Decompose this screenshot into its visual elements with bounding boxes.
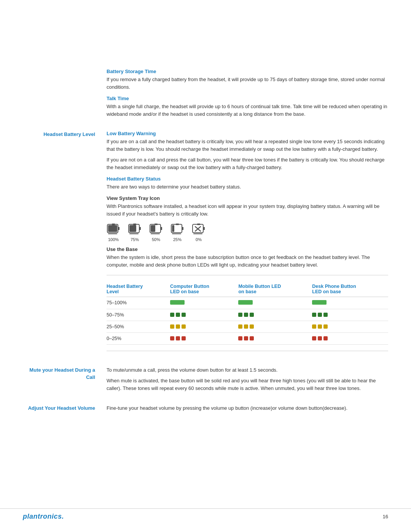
svg-rect-4 — [108, 233, 117, 234]
svg-rect-13 — [155, 224, 158, 225]
adjust-volume-body: Fine-tune your headset volume by pressin… — [107, 404, 388, 412]
svg-rect-19 — [172, 233, 181, 234]
low-battery-warning-body2: If you are not on a call and press the c… — [107, 156, 388, 171]
computer-led-dots-yellow — [170, 324, 235, 329]
desk-led-solid-green — [312, 300, 327, 305]
battery-level-25-50: 25–50% — [107, 321, 170, 332]
svg-rect-14 — [151, 233, 160, 234]
talk-time-body: With a single full charge, the headset w… — [107, 103, 388, 118]
mute-section: Mute your Headset During a Call To mute/… — [23, 366, 388, 395]
led-dot — [323, 313, 328, 317]
battery-icon-0: 0% — [192, 223, 206, 242]
low-battery-warning-body1: If you are on a call and the headset bat… — [107, 138, 388, 153]
table-row: 75–100% — [107, 297, 388, 309]
headset-battery-level-section: Headset Battery Level Low Battery Warnin… — [23, 131, 388, 357]
led-dot — [170, 313, 174, 317]
desk-led-0-25 — [312, 332, 388, 344]
svg-rect-9 — [129, 233, 139, 234]
battery-0-icon — [192, 223, 206, 236]
led-dot — [312, 313, 316, 317]
computer-led-dots-green — [170, 313, 235, 317]
led-dot — [318, 336, 322, 340]
svg-rect-8 — [133, 224, 136, 225]
mute-label: Mute your Headset During a Call — [23, 366, 107, 395]
use-base-title: Use the Base — [107, 246, 388, 252]
headset-battery-status-title: Headset Battery Status — [107, 176, 388, 182]
svg-rect-22 — [197, 224, 200, 225]
led-dot — [238, 313, 242, 317]
table-header-row: Headset BatteryLevel Computer ButtonLED … — [107, 281, 388, 297]
led-dot — [244, 336, 248, 340]
mobile-led-0-25 — [238, 332, 312, 344]
led-dot — [312, 324, 316, 329]
view-system-tray-body: With Plantronics software installed, a h… — [107, 203, 388, 218]
battery-50-icon — [149, 223, 163, 236]
led-dot — [182, 336, 186, 340]
led-dot — [318, 313, 322, 317]
battery-level-75-100: 75–100% — [107, 297, 170, 309]
mobile-led-dots-red — [238, 336, 309, 340]
battery-icon-25: 25% — [170, 223, 184, 242]
page: Battery Storage Time If you remove a ful… — [0, 0, 411, 532]
page-footer: plantronics. 16 — [0, 508, 411, 521]
computer-led-0-25 — [170, 332, 238, 344]
desk-led-dots-red — [312, 336, 385, 340]
mute-content: To mute/unmute a call, press the volume … — [107, 366, 388, 395]
svg-rect-16 — [182, 227, 183, 230]
battery-storage-title: Battery Storage Time — [107, 69, 388, 74]
headset-battery-status-body: There are two ways to determine your hea… — [107, 183, 388, 191]
svg-rect-17 — [172, 225, 174, 232]
led-dot — [170, 336, 174, 340]
led-dot — [238, 336, 242, 340]
table-row: 25–50% — [107, 321, 388, 332]
battery-storage-body: If you remove a fully charged battery fr… — [107, 76, 388, 91]
svg-rect-23 — [193, 233, 202, 234]
svg-rect-18 — [176, 224, 179, 225]
mobile-led-dots-green — [238, 313, 309, 317]
headset-battery-level-content: Low Battery Warning If you are on a call… — [107, 131, 388, 357]
battery-storage-content: Battery Storage Time If you remove a ful… — [107, 69, 388, 121]
mobile-led-solid-green — [238, 300, 253, 305]
battery-100-label: 100% — [108, 237, 119, 242]
led-dot — [176, 324, 180, 329]
brand-logo: plantronics. — [23, 513, 64, 521]
led-dot — [323, 324, 328, 329]
battery-icon-75: 75% — [128, 223, 142, 242]
table-divider-top — [107, 275, 388, 275]
battery-icons-row: 100% 75% — [107, 223, 388, 242]
table-row: 0–25% — [107, 332, 388, 344]
led-dot — [176, 313, 180, 317]
svg-rect-3 — [112, 224, 115, 225]
led-dot — [182, 313, 186, 317]
led-dot — [323, 336, 328, 340]
computer-led-solid-green — [170, 300, 185, 305]
battery-icon-100: 100% — [107, 223, 120, 242]
battery-storage-label-empty — [23, 69, 107, 121]
led-dot — [176, 336, 180, 340]
battery-25-icon — [170, 223, 184, 236]
svg-rect-11 — [161, 227, 162, 230]
svg-rect-12 — [151, 225, 155, 232]
adjust-volume-content: Fine-tune your headset volume by pressin… — [107, 404, 388, 415]
adjust-volume-section: Adjust Your Headset Volume Fine-tune you… — [23, 404, 388, 415]
battery-100-icon — [107, 223, 120, 236]
desk-led-50-75 — [312, 309, 388, 321]
led-dot — [244, 313, 248, 317]
battery-icon-50: 50% — [149, 223, 163, 242]
svg-rect-21 — [203, 227, 205, 230]
page-number: 16 — [383, 514, 388, 519]
battery-25-label: 25% — [173, 237, 182, 242]
battery-level-0-25: 0–25% — [107, 332, 170, 344]
desk-led-dots-green — [312, 313, 385, 317]
talk-time-title: Talk Time — [107, 96, 388, 101]
battery-level-table: Headset BatteryLevel Computer ButtonLED … — [107, 281, 388, 345]
led-dot — [182, 324, 186, 329]
computer-led-dots-red — [170, 336, 235, 340]
svg-rect-7 — [129, 225, 136, 232]
col-header-computer-button: Computer ButtonLED on base — [170, 281, 238, 297]
battery-50-label: 50% — [152, 237, 160, 242]
col-header-battery-level: Headset BatteryLevel — [107, 281, 170, 297]
desk-led-dots-yellow — [312, 324, 385, 329]
computer-led-75-100 — [170, 297, 238, 309]
mobile-led-75-100 — [238, 297, 312, 309]
